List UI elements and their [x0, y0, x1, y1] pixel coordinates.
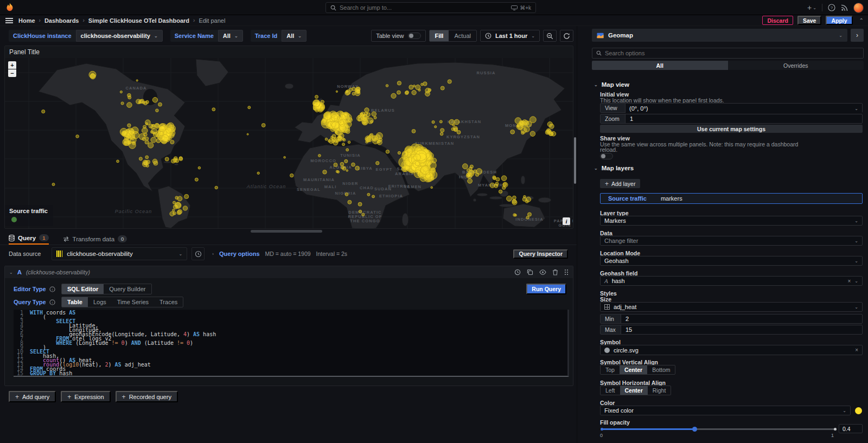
sql-line[interactable]: 9 ) [14, 345, 567, 350]
max-input[interactable] [621, 325, 862, 334]
discard-button[interactable]: Discard [762, 16, 793, 25]
sql-line[interactable]: 11 hash, [14, 354, 567, 358]
drag-handle-icon[interactable] [564, 269, 569, 275]
map-zoom-in-button[interactable]: + [8, 61, 16, 69]
sql-line[interactable]: 2 ( [14, 315, 567, 319]
sql-line[interactable]: 10SELECT [14, 350, 567, 354]
layer-row-source-traffic[interactable]: Source traffic markers [600, 193, 863, 204]
add-expression-button[interactable]: +Expression [61, 391, 110, 402]
data-filter-select[interactable]: Change filter ⌄ [600, 236, 863, 246]
help-icon[interactable]: ? [828, 4, 835, 11]
geomap-canvas[interactable]: CANADARUSSIAKAZAKHSTANMONGOLIANORWAYBELA… [5, 58, 573, 228]
zoom-out-time-button[interactable] [543, 30, 557, 42]
panel-resize-handle[interactable] [251, 230, 322, 233]
min-input[interactable] [621, 314, 862, 323]
layer-type-select[interactable]: Markers ⌄ [600, 216, 863, 226]
breadcrumb-dashboard-name[interactable]: Simple ClickHouse OTel Dashboard [88, 17, 189, 24]
run-query-button[interactable]: Run Query [526, 284, 566, 294]
apply-button[interactable]: Apply [826, 16, 852, 25]
news-icon[interactable] [841, 4, 848, 11]
align-left-option[interactable]: Left [601, 386, 620, 395]
options-search[interactable] [592, 48, 864, 59]
tab-transform-data[interactable]: Transform data 0 [63, 235, 127, 245]
sql-line[interactable]: 14FROM coords [14, 367, 567, 371]
query-options-toggle[interactable]: › Query options MD = auto = 1909 Interva… [212, 251, 347, 257]
sql-code-editor[interactable]: 1WITH coords AS2 (3 SELECT4 Latitude,5 L… [14, 310, 569, 377]
actual-option[interactable]: Actual [449, 30, 476, 41]
sql-line[interactable]: 1WITH coords AS [14, 311, 567, 315]
query-inspector-button[interactable]: Query Inspector [513, 249, 568, 259]
breadcrumb-dashboards[interactable]: Dashboards [44, 17, 79, 24]
query-builder-option[interactable]: Query Builder [104, 284, 151, 294]
sql-line[interactable]: 8 WHERE (Longitude != 0) AND (Latitude !… [14, 341, 567, 345]
clear-icon[interactable]: × [855, 347, 858, 353]
history-icon[interactable] [514, 269, 521, 275]
query-type-table[interactable]: Table [62, 297, 88, 307]
vertical-scrollbar[interactable] [574, 137, 576, 184]
copy-icon[interactable] [527, 269, 533, 275]
chevron-up-icon[interactable]: ⌃ [859, 17, 864, 23]
user-avatar[interactable] [853, 3, 864, 13]
view-select[interactable]: (0°, 0°) ⌄ [626, 104, 862, 113]
section-map-layers[interactable]: ⌄ Map layers [594, 165, 634, 171]
section-map-view[interactable]: ⌄ Map view [594, 81, 629, 88]
share-view-toggle[interactable] [600, 153, 613, 159]
collapse-options-button[interactable]: › [851, 29, 864, 42]
align-right-option[interactable]: Right [648, 386, 671, 395]
datasource-picker[interactable]: clickhouse-observability ⌄ [52, 247, 187, 260]
fill-opacity-input[interactable] [839, 425, 862, 433]
query-row-header[interactable]: ⌄ A (clickhouse-observability) [5, 266, 573, 278]
symbol-select[interactable]: circle.svg × [600, 345, 863, 355]
svg-text:TUNISIA: TUNISIA [340, 153, 361, 158]
sql-line[interactable]: 13 round(log10(heat), 2) AS adj_heat [14, 363, 567, 367]
size-field-select[interactable]: adj_heat ⌄ [600, 302, 863, 312]
save-button[interactable]: Save [797, 16, 822, 25]
geohash-field-select[interactable]: A hash × ⌄ [600, 276, 863, 286]
variable-value-dropdown[interactable]: All⌄ [218, 30, 243, 42]
query-type-timeseries[interactable]: Time Series [112, 297, 154, 307]
query-type-traces[interactable]: Traces [154, 297, 183, 307]
zoom-input[interactable] [626, 114, 862, 123]
table-view-toggle[interactable]: Table view [371, 30, 425, 42]
fill-option[interactable]: Fill [430, 30, 449, 41]
add-layer-button[interactable]: + Add layer [600, 179, 640, 188]
align-top-option[interactable]: Top [601, 365, 620, 374]
clear-icon[interactable]: × [847, 278, 851, 284]
tab-query[interactable]: Query 1 [9, 234, 49, 245]
toggle-off[interactable] [408, 33, 421, 39]
recorded-query-button[interactable]: +Recorded query [116, 391, 178, 402]
fill-opacity-slider[interactable] [602, 426, 835, 432]
variable-value-dropdown[interactable]: clickhouse-observability⌄ [76, 30, 163, 42]
options-tab-all[interactable]: All [592, 61, 728, 70]
grafana-logo-icon[interactable] [4, 2, 15, 13]
color-select[interactable]: Fixed color ⌄ [600, 406, 851, 415]
map-zoom-out-button[interactable]: − [8, 69, 16, 77]
options-search-input[interactable] [605, 50, 859, 56]
align-center-option[interactable]: Center [620, 365, 647, 374]
eye-icon[interactable] [539, 269, 546, 275]
color-swatch[interactable] [855, 407, 862, 414]
map-attribution-button[interactable]: i [563, 217, 570, 225]
location-mode-select[interactable]: Geohash ⌄ [600, 256, 863, 266]
query-type-logs[interactable]: Logs [88, 297, 112, 307]
new-item-button[interactable]: +⌄ [807, 3, 816, 12]
sql-editor-option[interactable]: SQL Editor [62, 284, 104, 294]
use-current-map-settings-button[interactable]: Use current map settings [600, 125, 863, 133]
datasource-help-button[interactable] [192, 247, 205, 260]
trash-icon[interactable] [552, 269, 558, 275]
panel-title[interactable]: Panel Title [5, 46, 573, 58]
menu-toggle-icon[interactable] [5, 18, 13, 23]
search-input[interactable] [340, 4, 508, 11]
add-query-button[interactable]: +Add query [9, 391, 56, 402]
refresh-button[interactable] [560, 30, 573, 42]
breadcrumb-home[interactable]: Home [18, 17, 35, 24]
sql-line[interactable]: 15GROUP BY hash [14, 371, 567, 376]
time-range-picker[interactable]: Last 1 hour ⌄ [480, 30, 540, 42]
options-tab-overrides[interactable]: Overrides [728, 61, 864, 70]
slider-thumb[interactable] [692, 427, 697, 432]
global-search[interactable]: ⌘+k [326, 2, 536, 13]
variable-value-dropdown[interactable]: All⌄ [282, 30, 307, 42]
align-bottom-option[interactable]: Bottom [647, 365, 675, 374]
visualization-picker[interactable]: Geomap ⌄ [592, 29, 847, 42]
align-center-option[interactable]: Center [620, 386, 648, 395]
